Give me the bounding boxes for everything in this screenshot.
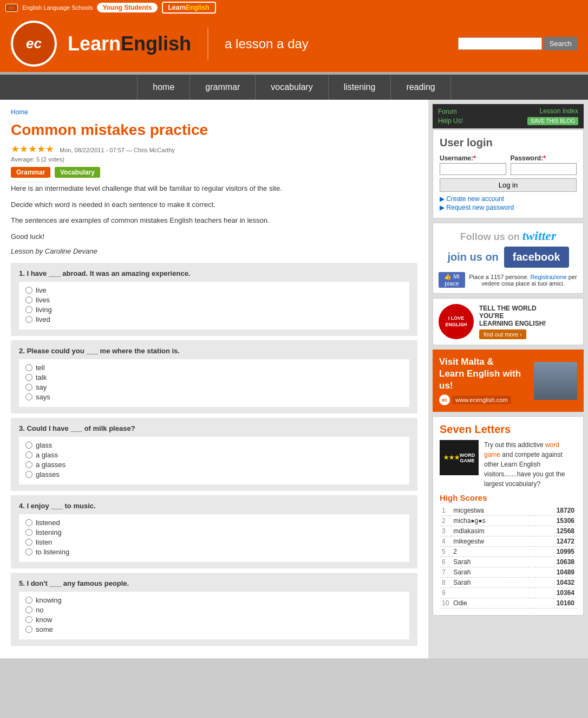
lesson-index-link[interactable]: Lesson Index	[527, 107, 578, 115]
score-rank: 7	[440, 567, 451, 578]
question-text-1: 1. I have ___ abroad. It was an amazing …	[19, 269, 409, 277]
nav-home[interactable]: home	[137, 75, 190, 100]
option-radio-2-1[interactable]	[25, 451, 32, 458]
option-label: glasses	[36, 470, 60, 478]
password-input[interactable]	[511, 163, 577, 175]
score-row: 3mdlakasim12568	[440, 526, 577, 536]
option-radio-0-0[interactable]	[25, 287, 32, 294]
score-rank: 4	[440, 536, 451, 547]
option-label: no	[36, 606, 43, 614]
score-rank: 3	[440, 526, 451, 536]
ec-logo-small: ec	[5, 4, 18, 12]
date-author: Mon, 08/22/2011 - 07:57 — Chris McCarthy	[60, 147, 175, 153]
option-radio-0-3[interactable]	[25, 316, 32, 323]
option-label: tell	[36, 364, 45, 372]
score-rank: 5	[440, 547, 451, 557]
young-students-tab[interactable]: Young Students	[97, 3, 157, 12]
ad-text: TELL THE WORLD YOU'RE LEARNING ENGLISH! …	[479, 305, 546, 339]
help-link[interactable]: Help Us!	[438, 117, 463, 125]
option-label: say	[36, 383, 47, 391]
option-radio-4-3[interactable]	[25, 626, 32, 633]
score-name: Sarah	[451, 578, 528, 588]
question-block-3: 3. Could I have ___ of milk please?glass…	[11, 418, 417, 491]
ad-box: I LOVE ENGLISH TELL THE WORLD YOU'RE LEA…	[433, 298, 584, 345]
option-radio-4-1[interactable]	[25, 606, 32, 613]
tag-vocabulary[interactable]: Vocabulary	[55, 167, 100, 178]
find-out-btn[interactable]: find out more ›	[479, 329, 526, 339]
option-radio-1-1[interactable]	[25, 374, 32, 381]
nav-grammar[interactable]: grammar	[190, 75, 256, 100]
score-value: 15306	[529, 516, 577, 526]
social-box: Follow us on twitter join us on facebook…	[433, 223, 584, 294]
malta-title: Visit Malta &Learn English with us!	[439, 356, 530, 392]
malta-box[interactable]: Visit Malta &Learn English with us! ec w…	[433, 350, 584, 412]
learn-english-tab[interactable]: LearnEnglish	[162, 2, 216, 14]
option-radio-2-2[interactable]	[25, 461, 32, 468]
score-value: 18720	[529, 506, 577, 516]
option-radio-4-0[interactable]	[25, 597, 32, 604]
home-link[interactable]: Home	[11, 108, 28, 116]
fb-register-link[interactable]: Registrazione	[530, 274, 566, 280]
option-label: lived	[36, 315, 50, 324]
option-radio-2-3[interactable]	[25, 471, 32, 478]
username-input[interactable]	[440, 163, 506, 175]
fb-like-btn[interactable]: 👍 Mi piace	[439, 272, 465, 288]
option-radio-3-1[interactable]	[25, 529, 32, 536]
score-row: 2micha●g●s15306	[440, 516, 577, 526]
facebook-button[interactable]: facebook	[504, 247, 569, 268]
brand-name: LearnEnglish	[68, 33, 191, 55]
forum-link[interactable]: Forum	[438, 108, 463, 115]
page-title: Common mistakes practice	[11, 121, 417, 139]
option-radio-1-2[interactable]	[25, 384, 32, 391]
ec-logo-malta: ec www.ecenglish.com	[439, 394, 530, 405]
option-label: to listening	[36, 548, 69, 556]
create-account-link[interactable]: ▶ Create new account	[440, 195, 577, 203]
option-row: to listening	[25, 548, 403, 556]
reset-password-link[interactable]: ▶ Request new password	[440, 204, 577, 211]
score-value: 10432	[529, 578, 577, 588]
option-radio-3-3[interactable]	[25, 548, 32, 555]
option-row: says	[25, 393, 403, 401]
option-radio-3-2[interactable]	[25, 539, 32, 546]
fb-like-count: Piace a 1157 persone. Registrazione per …	[468, 274, 578, 287]
option-radio-1-0[interactable]	[25, 364, 32, 371]
option-radio-1-3[interactable]	[25, 393, 32, 400]
question-text-5: 5. I don't ___ any famous people.	[19, 579, 409, 587]
score-rank: 2	[440, 516, 451, 526]
score-value: 10364	[529, 588, 577, 598]
nav-reading[interactable]: reading	[391, 75, 450, 100]
top-bar: ec English Language Schools Young Studen…	[0, 0, 588, 15]
malta-image	[534, 362, 577, 400]
options-box-5: knowingnoknowsome	[19, 592, 409, 639]
option-label: says	[36, 393, 50, 401]
score-value: 12568	[529, 526, 577, 536]
option-radio-3-0[interactable]	[25, 519, 32, 526]
nav-vocabulary[interactable]: vocabulary	[256, 75, 328, 100]
tag-grammar[interactable]: Grammar	[11, 167, 50, 178]
option-row: knowing	[25, 596, 403, 604]
option-label: talk	[36, 373, 47, 381]
main-nav: home grammar vocabulary listening readin…	[0, 75, 588, 100]
login-button[interactable]: Log in	[440, 178, 577, 192]
search-button[interactable]: Search	[544, 37, 577, 50]
option-label: know	[36, 616, 52, 624]
score-name: Sarah	[451, 567, 528, 578]
option-radio-0-2[interactable]	[25, 306, 32, 313]
option-row: some	[25, 625, 403, 633]
score-name: micgestwa	[451, 506, 528, 516]
breadcrumb: Home	[11, 108, 417, 116]
option-radio-4-2[interactable]	[25, 616, 32, 623]
score-value: 10995	[529, 547, 577, 557]
intro-text-4: Good luck!	[11, 231, 417, 242]
nav-listening[interactable]: listening	[329, 75, 391, 100]
option-radio-2-0[interactable]	[25, 442, 32, 449]
content-area: Home Common mistakes practice ★★★★★ Mon,…	[0, 100, 428, 658]
score-name: 2	[451, 547, 528, 557]
option-radio-0-1[interactable]	[25, 296, 32, 303]
question-block-2: 2. Please could you ___ me where the sta…	[11, 340, 417, 413]
search-input[interactable]	[458, 37, 542, 50]
option-label: a glass	[36, 451, 58, 459]
option-label: live	[36, 286, 47, 294]
option-label: a glasses	[36, 461, 66, 469]
main-layout: Home Common mistakes practice ★★★★★ Mon,…	[0, 100, 588, 658]
